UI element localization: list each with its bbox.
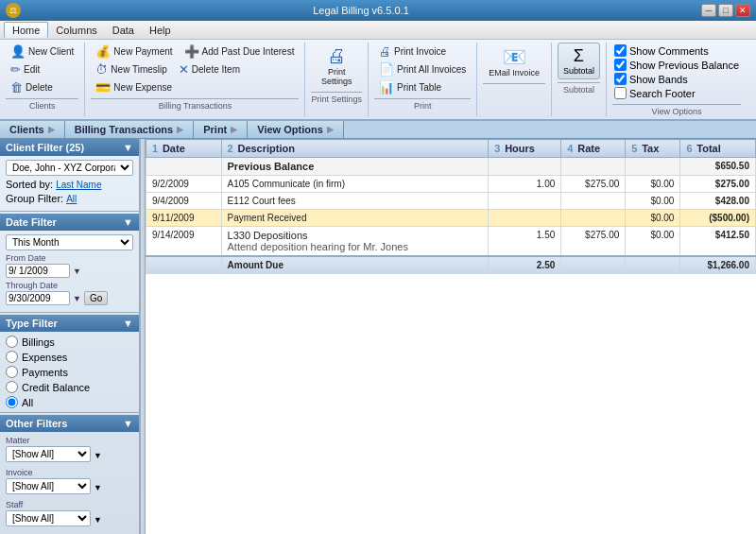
view-options-tab-icon: ▶ — [327, 125, 334, 134]
other-filters-content: Matter [Show All] ▼ Invoice [Show All] ▼… — [0, 432, 139, 534]
row-0-date — [146, 158, 222, 176]
row-3-rate — [561, 210, 626, 227]
through-date-input[interactable] — [6, 291, 70, 305]
show-bands-checkbox[interactable]: Show Bands — [614, 73, 739, 85]
from-date-calendar-icon[interactable]: ▼ — [73, 267, 81, 276]
menu-columns[interactable]: Columns — [48, 23, 104, 38]
amount-due-label: Amount Due — [221, 256, 489, 274]
invoice-dropdown-icon[interactable]: ▼ — [94, 483, 102, 492]
minimize-button[interactable]: ─ — [701, 4, 716, 17]
add-past-due-button[interactable]: ➕ Add Past Due Interest — [180, 43, 300, 60]
go-button[interactable]: Go — [84, 291, 108, 305]
col-header-date[interactable]: 1 Date — [146, 140, 222, 158]
subtotal-button[interactable]: Σ Subtotal — [558, 43, 600, 79]
table-row[interactable]: Previous Balance $650.50 — [146, 158, 756, 176]
print-table-button[interactable]: 📊 Print Table — [374, 78, 446, 95]
delete-label: Delete — [26, 82, 53, 93]
row-1-date: 9/2/2009 — [146, 176, 222, 193]
clients-tab[interactable]: Clients ▶ — [0, 121, 65, 138]
table-row[interactable]: 9/4/2009 E112 Court fees $0.00 $428.00 — [146, 193, 756, 210]
row-4-rate: $275.00 — [561, 227, 626, 257]
through-date-calendar-icon[interactable]: ▼ — [73, 294, 81, 303]
ribbon-clients-row1: 👤 New Client — [6, 43, 78, 60]
col-total-num: 6 — [686, 143, 692, 154]
delete-button[interactable]: 🗑 Delete — [6, 78, 58, 95]
period-select[interactable]: This Month — [6, 234, 133, 250]
new-payment-button[interactable]: 💰 New Payment — [91, 43, 177, 60]
email-invoice-button[interactable]: 📧 EMail Invoice — [483, 43, 545, 80]
col-header-description[interactable]: 2 Description — [221, 140, 489, 158]
row-3-tax: $0.00 — [626, 210, 680, 227]
other-filters-header[interactable]: Other Filters ▼ — [0, 415, 139, 432]
print-all-invoices-button[interactable]: 📄 Print All Invoices — [374, 60, 471, 78]
maximize-button[interactable]: □ — [718, 4, 733, 17]
right-panel: 1 Date 2 Description 3 Hours 4 — [146, 139, 756, 534]
show-comments-checkbox[interactable]: Show Comments — [614, 44, 739, 57]
window-controls[interactable]: ─ □ ✕ — [701, 4, 750, 17]
from-date-input[interactable] — [6, 264, 70, 278]
client-select[interactable]: Doe, John - XYZ Corporatio... — [6, 160, 133, 176]
show-prev-balance-checkbox[interactable]: Show Previous Balance — [614, 59, 739, 71]
staff-dropdown-icon[interactable]: ▼ — [94, 515, 102, 525]
new-expense-button[interactable]: 💳 New Expense — [91, 78, 177, 95]
type-payments[interactable]: Payments — [6, 366, 133, 378]
grid-container[interactable]: 1 Date 2 Description 3 Hours 4 — [146, 139, 756, 534]
new-timeslip-button[interactable]: ⏱ New Timeslip — [91, 60, 171, 78]
print-tab[interactable]: Print ▶ — [194, 121, 248, 138]
amount-due-total: $1,266.00 — [680, 256, 756, 274]
invoice-select[interactable]: [Show All] — [6, 478, 91, 494]
col-header-tax[interactable]: 5 Tax — [626, 140, 680, 158]
col-header-rate[interactable]: 4 Rate — [561, 140, 626, 158]
amount-due-rate — [561, 256, 626, 274]
row-3-description: Payment Received — [221, 210, 489, 227]
type-billings[interactable]: Billings — [6, 336, 133, 348]
print-table-label: Print Table — [397, 82, 441, 93]
date-filter-header[interactable]: Date Filter ▼ — [0, 214, 139, 231]
print-settings-button[interactable]: 🖨 PrintSettings — [311, 43, 362, 89]
table-row[interactable]: 9/11/2009 Payment Received $0.00 ($500.0… — [146, 210, 756, 227]
print-invoice-button[interactable]: 🖨 Print Invoice — [374, 43, 451, 60]
view-options-tab-label: View Options — [257, 124, 322, 135]
date-filter-toggle: ▼ — [123, 216, 133, 228]
add-past-due-icon: ➕ — [184, 44, 199, 59]
row-0-total: $650.50 — [680, 158, 756, 176]
clients-group-label: Clients — [6, 98, 78, 111]
invoice-label: Invoice — [6, 468, 133, 477]
menu-home[interactable]: Home — [4, 22, 48, 38]
col-header-total[interactable]: 6 Total — [680, 140, 756, 158]
row-1-hours: 1.00 — [489, 176, 561, 193]
view-options-tab[interactable]: View Options ▶ — [248, 121, 343, 138]
type-all[interactable]: All — [6, 396, 133, 408]
group-filter-link[interactable]: All — [66, 194, 77, 204]
group-filter-label: Group Filter: — [6, 193, 63, 204]
table-row[interactable]: 9/2/2009 A105 Communicate (in firm) 1.00… — [146, 176, 756, 193]
edit-button[interactable]: ✏ Edit — [6, 60, 44, 78]
menu-data[interactable]: Data — [105, 23, 142, 38]
matter-label: Matter — [6, 436, 133, 445]
col-header-hours[interactable]: 3 Hours — [489, 140, 561, 158]
type-credit[interactable]: Credit Balance — [6, 381, 133, 393]
menu-help[interactable]: Help — [142, 23, 179, 38]
view-options-label: View Options — [612, 104, 741, 116]
client-filter-header[interactable]: Client Filter (25) ▼ — [0, 139, 139, 156]
type-filter-header[interactable]: Type Filter ▼ — [0, 315, 139, 332]
row-2-rate — [561, 193, 626, 210]
matter-row: [Show All] ▼ — [6, 446, 133, 465]
last-name-link[interactable]: Last Name — [56, 180, 101, 190]
new-client-button[interactable]: 👤 New Client — [6, 43, 78, 60]
table-row[interactable]: 9/14/2009 L330 Depositions Attend deposi… — [146, 227, 756, 257]
row-0-tax — [626, 158, 680, 176]
close-button[interactable]: ✕ — [735, 4, 750, 17]
delete-item-button[interactable]: ✕ Delete Item — [174, 60, 245, 78]
matter-select[interactable]: [Show All] — [6, 446, 91, 462]
print-invoice-label: Print Invoice — [394, 46, 446, 57]
search-footer-checkbox[interactable]: Search Footer — [614, 87, 739, 99]
matter-dropdown-icon[interactable]: ▼ — [94, 451, 102, 460]
amount-due-hours: 2.50 — [489, 256, 561, 274]
type-filter-radios: Billings Expenses Payments Credit Balanc… — [0, 332, 139, 412]
staff-label: Staff — [6, 500, 133, 509]
staff-select[interactable]: [Show All] — [6, 510, 91, 526]
type-expenses[interactable]: Expenses — [6, 351, 133, 363]
billing-tab[interactable]: Billing Transactions ▶ — [65, 121, 195, 138]
row-3-total: ($500.00) — [680, 210, 756, 227]
